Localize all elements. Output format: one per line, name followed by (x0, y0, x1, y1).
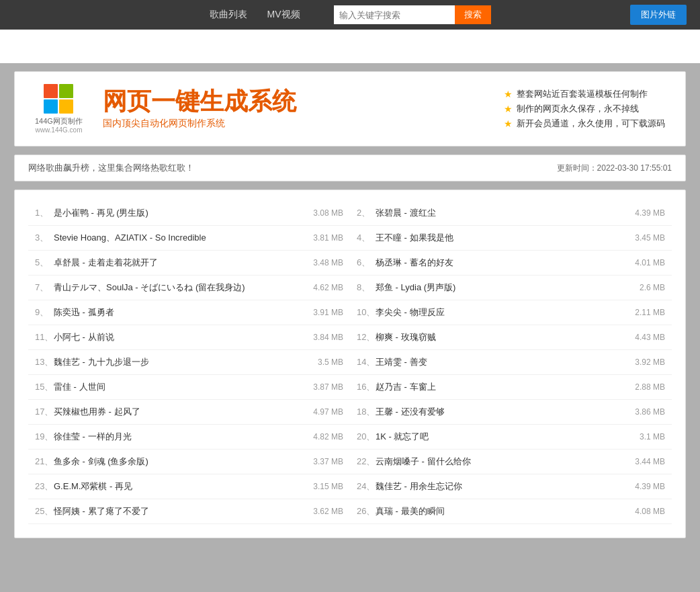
song-item[interactable]: 18、王馨 - 还没有爱够3.86 MB (350, 400, 672, 425)
nav-mv-video[interactable]: MV视频 (267, 9, 300, 21)
logo-grid (44, 84, 73, 114)
song-number: 25、 (35, 505, 54, 517)
song-item[interactable]: 9、陈奕迅 - 孤勇者3.91 MB (28, 300, 350, 325)
song-number: 15、 (35, 381, 54, 393)
song-name: 买辣椒也用券 - 起风了 (54, 406, 303, 418)
song-item[interactable]: 23、G.E.M.邓紫棋 - 再见3.15 MB (28, 474, 350, 499)
feature-item-1: ★ 整套网站近百套装逼模板任何制作 (504, 88, 665, 100)
song-number: 8、 (357, 282, 376, 294)
song-item[interactable]: 15、雷佳 - 人世间3.87 MB (28, 375, 350, 400)
song-item[interactable]: 3、Stevie Hoang、AZIATIX - So Incredible3.… (28, 226, 350, 251)
nav: 歌曲列表 MV视频 搜索 (210, 5, 491, 24)
banner-subtitle: 国内顶尖自动化网页制作系统 (103, 118, 477, 130)
song-number: 14、 (357, 356, 376, 368)
search-button[interactable]: 搜索 (455, 5, 491, 24)
song-size: 2.11 MB (625, 308, 665, 317)
song-item[interactable]: 25、怪阿姨 - 累了瘪了不爱了3.62 MB (28, 499, 350, 524)
song-name: 真瑞 - 最美的瞬间 (376, 505, 625, 517)
banner-logo: 144G网页制作 www.144G.com (35, 84, 83, 134)
banner-features: ★ 整套网站近百套装逼模板任何制作 ★ 制作的网页永久保存，永不掉线 ★ 新开会… (504, 88, 665, 130)
song-size: 3.84 MB (303, 333, 343, 342)
song-item[interactable]: 19、徐佳莹 - 一样的月光4.82 MB (28, 425, 350, 450)
search-input[interactable] (334, 5, 455, 24)
logo-cell-green (59, 84, 73, 98)
song-name: 陈奕迅 - 孤勇者 (54, 306, 303, 319)
song-item[interactable]: 22、云南烟嗓子 - 留什么给你3.44 MB (350, 450, 672, 474)
song-item[interactable]: 6、杨丞琳 - 蓄名的好友4.01 MB (350, 251, 672, 276)
star-icon-2: ★ (504, 103, 513, 114)
song-number: 18、 (357, 406, 376, 418)
song-name: 王不瞳 - 如果我是他 (376, 232, 625, 244)
song-name: 魏佳艺 - 用余生忘记你 (376, 480, 625, 493)
song-name: Stevie Hoang、AZIATIX - So Incredible (54, 232, 303, 244)
song-item[interactable]: 13、魏佳艺 - 九十九步退一步3.5 MB (28, 350, 350, 375)
song-item[interactable]: 16、赵乃吉 - 车窗上2.88 MB (350, 375, 672, 400)
song-size: 2.6 MB (625, 283, 665, 292)
song-name: 王靖雯 - 善变 (376, 356, 625, 368)
song-number: 21、 (35, 456, 54, 468)
song-number: 26、 (357, 505, 376, 517)
song-name: 杨丞琳 - 蓄名的好友 (376, 257, 625, 269)
song-item[interactable]: 21、鱼多余 - 剑魂 (鱼多余版)3.37 MB (28, 450, 350, 474)
logo-cell-blue (44, 99, 58, 114)
song-item[interactable]: 1、是小崔鸭 - 再见 (男生版)3.08 MB (28, 201, 350, 226)
song-item[interactable]: 5、卓舒晨 - 走着走着花就开了3.48 MB (28, 251, 350, 276)
song-size: 3.5 MB (303, 357, 343, 367)
song-size: 4.39 MB (625, 208, 665, 218)
song-number: 16、 (357, 381, 376, 393)
song-item[interactable]: 17、买辣椒也用券 - 起风了4.97 MB (28, 400, 350, 425)
song-number: 10、 (357, 306, 376, 319)
song-name: 卓舒晨 - 走着走着花就开了 (54, 257, 303, 269)
song-item[interactable]: 12、柳爽 - 玫瑰窃贼4.43 MB (350, 325, 672, 350)
song-item[interactable]: 20、1K - 就忘了吧3.1 MB (350, 425, 672, 450)
song-name: 赵乃吉 - 车窗上 (376, 381, 625, 393)
nav-songs-list[interactable]: 歌曲列表 (210, 9, 247, 21)
song-grid: 1、是小崔鸭 - 再见 (男生版)3.08 MB2、张碧晨 - 渡红尘4.39 … (28, 201, 672, 524)
song-size: 3.91 MB (303, 308, 343, 317)
song-number: 24、 (357, 480, 376, 493)
song-number: 6、 (357, 257, 376, 269)
song-name: 雷佳 - 人世间 (54, 381, 303, 393)
song-name: 张碧晨 - 渡红尘 (376, 207, 625, 219)
song-number: 3、 (35, 232, 54, 244)
song-size: 3.48 MB (303, 258, 343, 267)
song-size: 4.39 MB (625, 482, 665, 491)
pic-link-button[interactable]: 图片外链 (630, 5, 687, 25)
song-size: 3.81 MB (303, 233, 343, 243)
banner-main-title: 网页一键生成系统 (103, 88, 477, 115)
info-bar: 网络歌曲飙升榜，这里集合网络热歌红歌！ 更新时间：2022-03-30 17:5… (14, 155, 686, 181)
song-size: 3.87 MB (303, 382, 343, 392)
song-size: 3.08 MB (303, 208, 343, 218)
song-item[interactable]: 14、王靖雯 - 善变3.92 MB (350, 350, 672, 375)
song-item[interactable]: 8、郑鱼 - Lydia (男声版)2.6 MB (350, 276, 672, 300)
song-item[interactable]: 2、张碧晨 - 渡红尘4.39 MB (350, 201, 672, 226)
song-item[interactable]: 24、魏佳艺 - 用余生忘记你4.39 MB (350, 474, 672, 499)
song-name: 云南烟嗓子 - 留什么给你 (376, 456, 625, 468)
song-size: 4.01 MB (625, 258, 665, 267)
song-number: 13、 (35, 356, 54, 368)
header-right: 图片外链 (630, 5, 687, 25)
song-number: 11、 (35, 331, 54, 343)
song-size: 3.1 MB (625, 432, 665, 441)
logo-name: 144G网页制作 (35, 116, 83, 126)
feature-item-2: ★ 制作的网页永久保存，永不掉线 (504, 103, 665, 115)
song-size: 3.62 MB (303, 507, 343, 516)
song-item[interactable]: 11、小阿七 - 从前说3.84 MB (28, 325, 350, 350)
search-wrap: 搜索 (334, 5, 491, 24)
song-number: 1、 (35, 207, 54, 219)
song-name: G.E.M.邓紫棋 - 再见 (54, 480, 303, 493)
feature-text-1: 整套网站近百套装逼模板任何制作 (517, 88, 648, 100)
song-panel: 1、是小崔鸭 - 再见 (男生版)3.08 MB2、张碧晨 - 渡红尘4.39 … (14, 189, 686, 538)
feature-text-2: 制作的网页永久保存，永不掉线 (517, 103, 639, 115)
song-item[interactable]: 7、青山テルマ、SoulJa - そばにいるね (留在我身边)4.62 MB (28, 276, 350, 300)
song-item[interactable]: 4、王不瞳 - 如果我是他3.45 MB (350, 226, 672, 251)
song-size: 3.44 MB (625, 457, 665, 466)
song-name: 魏佳艺 - 九十九步退一步 (54, 356, 303, 368)
star-icon-3: ★ (504, 118, 513, 129)
song-number: 19、 (35, 431, 54, 443)
song-number: 23、 (35, 480, 54, 493)
song-number: 17、 (35, 406, 54, 418)
song-item[interactable]: 10、李尖尖 - 物理反应2.11 MB (350, 300, 672, 325)
song-item[interactable]: 26、真瑞 - 最美的瞬间4.08 MB (350, 499, 672, 524)
song-name: 柳爽 - 玫瑰窃贼 (376, 331, 625, 343)
